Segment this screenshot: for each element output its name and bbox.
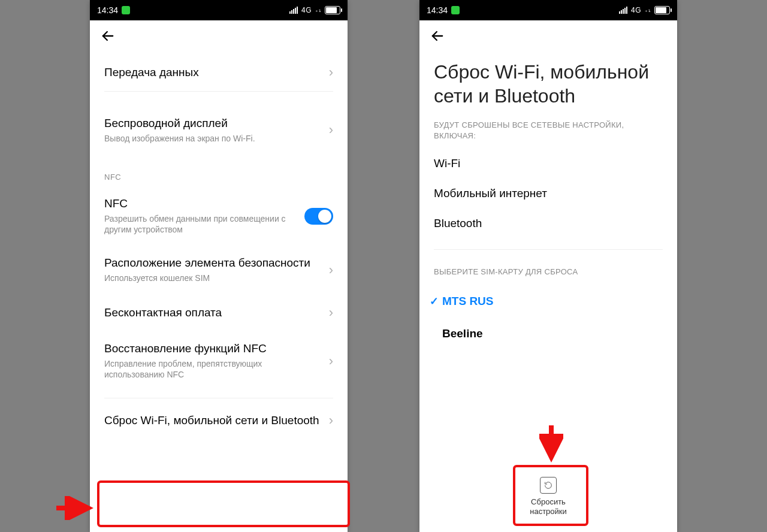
annotation-arrow-down <box>539 423 563 466</box>
item-nfc-toggle[interactable]: NFC Разрешить обмен данными при совмещен… <box>90 186 348 246</box>
signal-icon <box>619 7 627 14</box>
status-network: 4G <box>631 6 641 14</box>
status-app-icon <box>451 6 460 14</box>
item-contactless-payment[interactable]: Бесконтактная оплата › <box>90 294 348 331</box>
status-app-icon <box>122 6 130 14</box>
chevron-icon: › <box>329 122 333 138</box>
battery-icon <box>325 6 340 14</box>
back-icon[interactable] <box>429 28 446 47</box>
item-title: Передача данных <box>104 66 322 80</box>
battery-icon <box>654 6 670 14</box>
item-title: Беспроводной дисплей <box>104 117 322 131</box>
item-title: Расположение элемента безопасности <box>104 256 322 270</box>
item-title: Бесконтактная оплата <box>104 306 322 320</box>
chevron-icon: › <box>329 305 333 321</box>
header <box>419 20 677 54</box>
chevron-icon: › <box>329 262 333 278</box>
back-icon[interactable] <box>99 28 116 47</box>
item-subtitle: Вывод изображения на экран по Wi-Fi. <box>104 133 322 144</box>
annotation-highlight <box>513 465 588 526</box>
item-data-transfer[interactable]: Передача данных › <box>90 54 348 91</box>
section-nfc-label: NFC <box>90 155 348 186</box>
status-time: 14:34 <box>97 5 118 15</box>
chevron-icon: › <box>329 413 333 428</box>
item-reset-network[interactable]: Сброс Wi-Fi, мобильной сети и Bluetooth … <box>90 398 348 442</box>
status-bar: 14:34 4G ₊₁ <box>419 0 677 20</box>
status-network-ext: ₊₁ <box>645 7 651 13</box>
reset-list: Wi-Fi Мобильный интернет Bluetooth <box>419 149 677 238</box>
phone-right: 14:34 4G ₊₁ Сброс Wi-Fi, мобильной сети … <box>419 0 677 532</box>
item-nfc-restore[interactable]: Восстановление функций NFC Исправление п… <box>90 331 348 391</box>
reset-list-item: Wi-Fi <box>419 149 677 179</box>
item-secure-element[interactable]: Расположение элемента безопасности Испол… <box>90 246 348 294</box>
nfc-toggle[interactable] <box>304 208 333 225</box>
item-title: Восстановление функций NFC <box>104 342 322 356</box>
status-network-ext: ₊₁ <box>315 7 321 13</box>
item-subtitle: Исправление проблем, препятствующих испо… <box>104 358 322 380</box>
item-title: Сброс Wi-Fi, мобильной сети и Bluetooth <box>104 414 322 428</box>
item-wireless-display[interactable]: Беспроводной дисплей Вывод изображения н… <box>90 106 348 155</box>
reset-description: БУДУТ СБРОШЕНЫ ВСЕ СЕТЕВЫЕ НАСТРОЙКИ, ВК… <box>419 117 677 149</box>
check-icon: ✓ <box>425 295 442 308</box>
reset-list-item: Bluetooth <box>419 208 677 238</box>
page-title: Сброс Wi-Fi, мобильной сети и Bluetooth <box>419 54 677 117</box>
reset-list-item: Мобильный интернет <box>419 179 677 208</box>
header <box>90 20 348 54</box>
annotation-arrow-left <box>54 496 97 520</box>
status-bar: 14:34 4G ₊₁ <box>90 0 348 20</box>
sim-option-beeline[interactable]: Beeline <box>419 318 677 350</box>
chevron-icon: › <box>329 65 333 80</box>
status-network: 4G <box>301 6 312 14</box>
status-time: 14:34 <box>427 5 448 15</box>
item-subtitle: Используется кошелек SIM <box>104 273 322 283</box>
sim-section-label: ВЫБЕРИТЕ SIM-КАРТУ ДЛЯ СБРОСА <box>419 250 677 285</box>
sim-option-mts[interactable]: ✓ MTS RUS <box>419 285 677 318</box>
chevron-icon: › <box>329 353 333 369</box>
item-subtitle: Разрешить обмен данными при совмещении с… <box>104 213 297 235</box>
sim-name: MTS RUS <box>442 295 494 308</box>
item-title: NFC <box>104 197 297 211</box>
annotation-highlight <box>97 480 350 527</box>
signal-icon <box>289 7 298 14</box>
sim-name: Beeline <box>442 327 483 340</box>
phone-left: 14:34 4G ₊₁ Передача данных › <box>90 0 348 532</box>
